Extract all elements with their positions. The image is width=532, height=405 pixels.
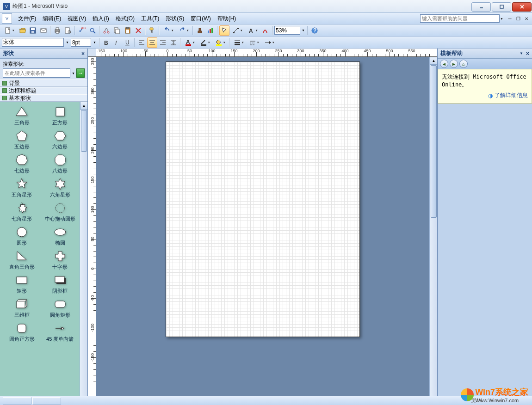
print-preview-button[interactable] xyxy=(63,25,73,36)
stencil-category[interactable]: 边框和标题 xyxy=(0,87,87,94)
shape-label: 七边形 xyxy=(14,167,30,174)
menu-插入[interactable]: 插入(I) xyxy=(89,13,112,24)
shape-rect[interactable]: 矩形 xyxy=(4,273,40,295)
shape-roundrect[interactable]: 圆角矩形 xyxy=(42,297,79,319)
redo-button[interactable] xyxy=(176,25,191,36)
menu-工具[interactable]: 工具(T) xyxy=(138,13,162,24)
undo-button[interactable] xyxy=(161,25,176,36)
doc-restore-button[interactable]: ❐ xyxy=(514,15,522,22)
shape-pentagon[interactable]: 五边形 xyxy=(4,129,40,151)
shape-roundsq[interactable]: 圆角正方形 xyxy=(4,321,40,343)
save-button[interactable] xyxy=(28,25,38,36)
menu-窗口[interactable]: 窗口(W) xyxy=(187,13,214,24)
shape-star6[interactable]: 六角星形 xyxy=(42,177,79,199)
chart-button[interactable] xyxy=(205,25,216,36)
scroll-up-icon[interactable]: ▲ xyxy=(430,57,437,65)
v-scroll-thumb[interactable] xyxy=(431,65,437,218)
shape-octagon[interactable]: 八边形 xyxy=(42,153,79,175)
menu-格式[interactable]: 格式(O) xyxy=(112,13,138,24)
align-right-button[interactable] xyxy=(158,37,168,48)
doc-minimize-button[interactable]: ─ xyxy=(506,15,513,22)
help-search-input[interactable] xyxy=(420,14,500,23)
control-menu-icon[interactable]: V xyxy=(2,13,12,24)
font-combo[interactable] xyxy=(2,38,64,47)
open-button[interactable] xyxy=(17,25,27,36)
shape-label: 六角星形 xyxy=(50,191,70,198)
line-pattern-button[interactable] xyxy=(247,37,261,48)
shape-square[interactable]: 正方形 xyxy=(42,104,79,127)
italic-button[interactable] xyxy=(112,37,122,48)
cut-button[interactable] xyxy=(101,25,111,36)
search-go-button[interactable]: → xyxy=(76,68,85,78)
line-weight-button[interactable] xyxy=(231,37,246,48)
ink-tool-button[interactable] xyxy=(260,25,271,36)
paste-button[interactable] xyxy=(123,25,133,36)
svg-rect-70 xyxy=(500,5,503,8)
drawing-page[interactable] xyxy=(166,61,360,337)
shape-ellipse[interactable]: 椭圆 xyxy=(42,225,79,247)
scroll-up-icon[interactable]: ▲ xyxy=(80,102,87,110)
delete-button[interactable] xyxy=(133,25,143,36)
bold-button[interactable] xyxy=(101,37,111,48)
shape-star5[interactable]: 五角星形 xyxy=(4,177,40,199)
help-pane-dropdown-icon[interactable]: ▼ xyxy=(520,51,523,55)
copy-button[interactable] xyxy=(112,25,122,36)
fill-color-button[interactable] xyxy=(213,37,228,48)
vertical-ruler[interactable]: 350300250200150100500-50-100-150 xyxy=(88,57,96,405)
stencil-category[interactable]: 基本形状 xyxy=(0,94,87,102)
menu-帮助[interactable]: 帮助(H) xyxy=(214,13,240,24)
back-button[interactable]: ◄ xyxy=(440,60,448,68)
format-painter-button[interactable] xyxy=(147,25,157,36)
maximize-button[interactable] xyxy=(492,2,511,12)
menu-视图[interactable]: 视图(V) xyxy=(64,13,89,24)
underline-button[interactable] xyxy=(123,37,133,48)
shape-triangle[interactable]: 三角形 xyxy=(4,104,40,127)
close-button[interactable] xyxy=(512,2,532,12)
align-left-button[interactable] xyxy=(136,37,147,48)
search-shapes-input[interactable] xyxy=(3,68,70,78)
shape-shadowbox[interactable]: 阴影框 xyxy=(42,273,79,295)
menu-形状[interactable]: 形状(S) xyxy=(162,13,187,24)
print-button[interactable] xyxy=(52,25,62,36)
align-center-button[interactable] xyxy=(147,37,157,48)
mail-button[interactable] xyxy=(38,25,49,36)
research-button[interactable] xyxy=(87,25,98,36)
connector-tool-button[interactable] xyxy=(230,25,245,36)
home-button[interactable]: ⌂ xyxy=(459,60,468,68)
shape-plus[interactable]: 十字形 xyxy=(42,249,79,271)
distribute-button[interactable] xyxy=(168,37,179,48)
menu-文件[interactable]: 文件(F) xyxy=(15,13,39,24)
shape-circle-dash[interactable]: 中心拖动圆形 xyxy=(42,201,79,223)
shape-circle[interactable]: 圆形 xyxy=(4,225,40,247)
line-ends-button[interactable] xyxy=(262,37,277,48)
shape-box3d[interactable]: 三维框 xyxy=(4,297,40,319)
pointer-tool-button[interactable] xyxy=(219,25,229,36)
shape-star7[interactable]: 七角星形 xyxy=(4,201,40,223)
scroll-thumb[interactable] xyxy=(81,110,87,152)
shape-arrow45[interactable]: 45 度单向箭 xyxy=(42,321,79,343)
font-size-combo[interactable] xyxy=(71,38,91,47)
help-pane-close-icon[interactable]: × xyxy=(526,50,529,57)
new-button[interactable] xyxy=(2,25,17,36)
text-tool-button[interactable] xyxy=(245,25,260,36)
shape-hexagon[interactable]: 六边形 xyxy=(42,129,79,151)
forward-button[interactable]: ► xyxy=(450,60,458,68)
shape-rtriangle[interactable]: 直角三角形 xyxy=(4,249,40,271)
shapes-pane-close-icon[interactable]: × xyxy=(81,50,85,57)
stencil-category[interactable]: 背景 xyxy=(0,80,87,87)
spelling-button[interactable] xyxy=(77,25,87,36)
font-color-button[interactable] xyxy=(182,37,197,48)
help-button[interactable] xyxy=(309,25,320,36)
zoom-combo[interactable] xyxy=(274,26,300,35)
vertical-scrollbar[interactable]: ▲ ▼ xyxy=(429,57,437,405)
line-color-button[interactable] xyxy=(198,37,212,48)
doc-close-button[interactable]: ✕ xyxy=(523,15,530,22)
help-details-link[interactable]: 了解详细信息 xyxy=(442,92,528,99)
canvas-viewport[interactable] xyxy=(96,57,429,405)
stamp-button[interactable] xyxy=(195,25,205,36)
minimize-button[interactable] xyxy=(471,2,491,12)
menu-编辑[interactable]: 编辑(E) xyxy=(39,13,64,24)
horizontal-ruler[interactable]: -150-100-5005010015020025030035040045050… xyxy=(96,49,437,57)
shape-heptagon[interactable]: 七边形 xyxy=(4,153,40,175)
shapes-scrollbar[interactable]: ▲ ▼ xyxy=(80,102,87,405)
